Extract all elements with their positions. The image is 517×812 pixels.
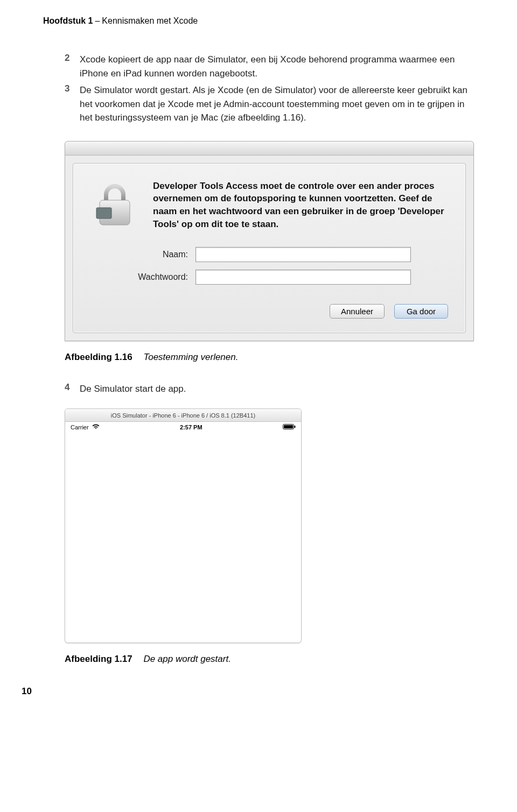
password-label: Wachtwoord:: [90, 272, 195, 282]
page-number: 10: [22, 686, 474, 697]
simulator-titlebar: iOS Simulator - iPhone 6 - iPhone 6 / iO…: [65, 409, 301, 422]
step-number: 3: [65, 83, 80, 125]
carrier-label: Carrier: [71, 424, 89, 430]
step-number: 2: [65, 53, 80, 80]
svg-rect-1: [96, 208, 111, 218]
step-item: 2 Xcode kopieert de app naar de Simulato…: [65, 53, 474, 80]
chapter-title: Kennismaken met Xcode: [102, 16, 198, 25]
caption-label: Afbeelding 1.17: [65, 654, 132, 664]
continue-button[interactable]: Ga door: [394, 304, 448, 319]
password-row: Wachtwoord:: [90, 270, 448, 285]
step-text: De Simulator start de app.: [80, 382, 186, 396]
step-text: Xcode kopieert de app naar de Simulator,…: [80, 53, 474, 80]
chapter-header: Hoofdstuk 1–Kennismaken met Xcode: [43, 16, 474, 26]
name-row: Naam:: [90, 247, 448, 262]
chapter-prefix: Hoofdstuk 1: [43, 16, 93, 25]
battery-icon: [283, 424, 296, 430]
step-number: 4: [65, 382, 80, 396]
figure-caption: Afbeelding 1.16 Toestemming verlenen.: [65, 352, 474, 363]
step-item: 4 De Simulator start de app.: [65, 382, 474, 396]
name-input[interactable]: [195, 247, 411, 262]
cancel-button[interactable]: Annuleer: [330, 304, 385, 319]
simulator-status-bar: Carrier 2:57 PM: [65, 422, 301, 433]
dialog-body: Developer Tools Access moet de controle …: [73, 163, 466, 333]
status-time: 2:57 PM: [180, 424, 202, 430]
figure-caption: Afbeelding 1.17 De app wordt gestart.: [65, 654, 474, 665]
step-list: 4 De Simulator start de app.: [65, 382, 474, 396]
name-label: Naam:: [90, 250, 195, 259]
wifi-icon: [92, 424, 100, 430]
password-input[interactable]: [195, 270, 411, 285]
dialog-message: Developer Tools Access moet de controle …: [153, 180, 448, 231]
simulator-window: iOS Simulator - iPhone 6 - iPhone 6 / iO…: [65, 408, 302, 643]
simulator-screen: [65, 433, 301, 642]
caption-text: De app wordt gestart.: [143, 654, 231, 664]
lock-icon: [90, 180, 139, 228]
caption-text: Toestemming verlenen.: [143, 352, 238, 362]
svg-rect-4: [294, 426, 295, 428]
dialog-titlebar: [65, 142, 473, 156]
step-item: 3 De Simulator wordt gestart. Als je Xco…: [65, 83, 474, 125]
step-list: 2 Xcode kopieert de app naar de Simulato…: [65, 53, 474, 125]
step-text: De Simulator wordt gestart. Als je Xcode…: [80, 83, 474, 125]
permission-dialog: Developer Tools Access moet de controle …: [65, 141, 474, 341]
caption-label: Afbeelding 1.16: [65, 352, 132, 362]
svg-rect-3: [284, 425, 293, 428]
